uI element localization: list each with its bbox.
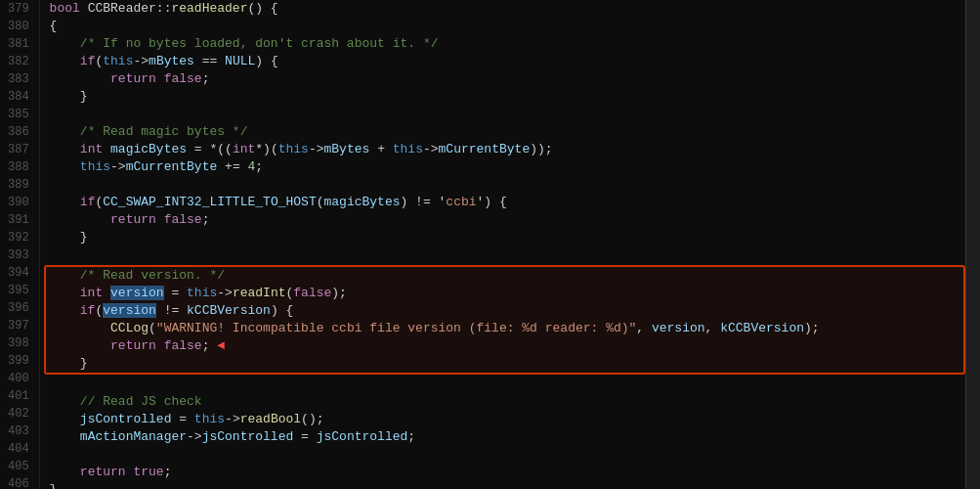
code-line [50,446,965,464]
keyword: int [50,286,104,300]
code-text: = [164,286,187,300]
code-line: return false; ◄ [50,337,963,355]
keyword2: this [187,286,217,300]
code-text: ; [202,71,210,86]
code-text [50,321,110,335]
code-line: int version = this->readInt(false); [50,285,963,302]
keyword: bool [50,1,80,16]
keyword: if [80,195,96,209]
code-text: ; [202,212,210,227]
code-line: int magicBytes = *((int*)(this->mBytes +… [50,141,965,158]
code-text [50,159,80,174]
variable: jsControlled [317,429,408,444]
line-number: 393 [8,246,29,264]
code-text: ); [331,286,347,300]
code-line: /* Read magic bytes */ [50,123,965,141]
code-line [50,246,965,264]
code-text [156,338,164,353]
keyword: false [293,286,331,300]
keyword2: this [194,412,225,426]
code-text: (); [301,412,323,426]
variable: magicBytes [110,142,187,156]
line-number: 382 [8,53,29,70]
code-text: } [50,89,88,104]
line-number: 390 [8,194,29,211]
line-number: 384 [8,88,29,106]
line-number: 386 [8,123,29,141]
variable: jsControlled [80,412,172,426]
comment: /* Read version. */ [50,268,225,283]
code-text [50,54,80,68]
keyword: false [164,338,202,353]
code-line: jsControlled = this->readBool(); [50,411,965,428]
function-name: CCLog [110,321,149,335]
line-number: 397 [8,317,29,334]
code-line: mActionManager->jsControlled = jsControl… [50,428,965,446]
constant: kCCBVersion [187,303,271,318]
comment: /* Read magic bytes */ [80,124,248,139]
string: "WARNING! Incompatible ccbi file version… [156,321,636,335]
variable: version [652,321,705,335]
selected-text: version [110,286,164,300]
code-line: } [50,355,963,373]
code-text: ( [149,321,156,335]
code-line: bool CCBReader::readHeader() { [50,0,965,18]
code-text [156,71,164,86]
code-text: -> [423,142,439,156]
keyword: true [133,465,163,479]
scrollbar[interactable] [965,0,980,489]
code-text: CCBReader:: [80,1,172,16]
code-line: this->mCurrentByte += 4; [50,158,965,176]
function-name: readHeader [171,1,247,16]
code-line: if(version != kCCBVersion) { [50,302,963,320]
line-number: 400 [8,370,29,387]
line-number: 401 [8,387,29,405]
keyword: int [80,142,103,156]
code-text: != [156,303,187,318]
code-text: )); [530,142,552,156]
code-content[interactable]: bool CCBReader::readHeader() {{ /* If no… [40,0,965,489]
variable: mCurrentByte [126,159,218,174]
code-line: if(this->mBytes == NULL) { [50,53,965,70]
code-text [156,212,164,227]
line-number: 398 [8,334,29,352]
line-number: 385 [8,106,29,123]
constant: kCCBVersion [720,321,804,335]
function-name: readBool [240,412,301,426]
code-text: ; [164,465,172,479]
code-text: -> [187,429,202,444]
constant: CC_SWAP_INT32_LITTLE_TO_HOST [103,195,316,209]
variable: mCurrentByte [439,142,531,156]
keyword: if [50,303,96,318]
code-text: ) { [271,303,293,318]
line-number: 383 [8,70,29,88]
line-number: 387 [8,141,29,158]
code-text: ') { [477,195,507,209]
line-number: 381 [8,35,29,53]
code-text: ) { [255,54,277,68]
variable: mBytes [324,142,370,156]
code-text [50,124,80,139]
code-line [50,106,965,123]
line-number: 403 [8,422,29,440]
code-text [50,71,110,86]
highlighted-region: /* Read version. */ int version = this->… [44,265,965,375]
code-text [50,212,110,227]
code-text: } [50,230,88,244]
code-line [50,376,965,393]
code-text [103,286,110,300]
code-text: -> [217,286,233,300]
keyword: return [110,212,156,227]
code-editor: 3793803813823833843853863873883893903913… [0,0,980,489]
code-line: /* If no bytes loaded, don't crash about… [50,35,965,53]
line-number: 391 [8,211,29,229]
code-line: /* Read version. */ [50,267,963,285]
code-line: } [50,481,965,489]
code-text: -> [110,159,126,174]
code-text: ( [317,195,324,209]
keyword: false [164,212,202,227]
line-number: 405 [8,458,29,475]
code-text [50,195,80,209]
code-text: , [705,321,721,335]
line-number: 395 [8,282,29,299]
